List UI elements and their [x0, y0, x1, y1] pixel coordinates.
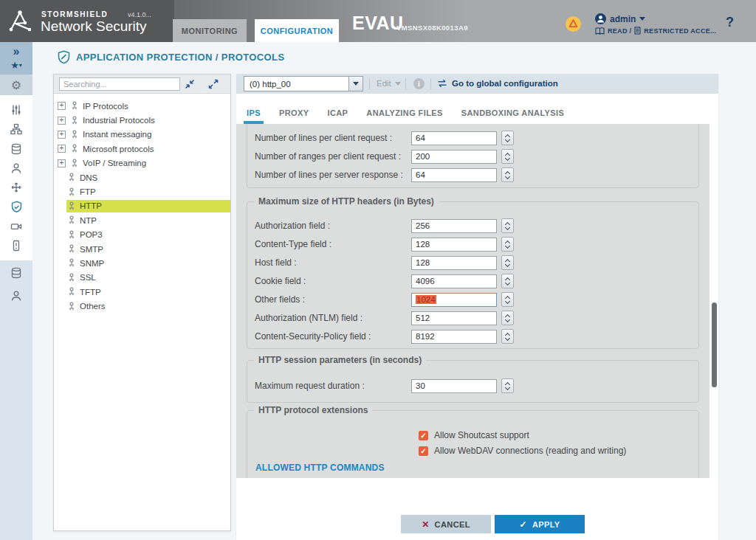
number-input[interactable]: 1024: [411, 293, 497, 307]
device-alert-icon[interactable]: [10, 239, 23, 252]
spinner-control[interactable]: [501, 167, 514, 182]
field-label: Content-Type field :: [255, 239, 411, 249]
expand-plus-icon[interactable]: +: [58, 117, 66, 125]
expand-plus-icon[interactable]: +: [58, 145, 66, 153]
tree-item-industrial-protocols[interactable]: + Industrial Protocols: [54, 113, 230, 127]
field-label: Content-Security-Policy field :: [255, 331, 411, 342]
video-icon[interactable]: [10, 220, 23, 233]
tree-item-ftp[interactable]: FTP: [54, 184, 230, 198]
spinner-control[interactable]: [501, 274, 514, 288]
expand-plus-icon[interactable]: +: [58, 102, 66, 110]
profile-select-chevron-icon[interactable]: [348, 77, 362, 91]
cancel-button[interactable]: ✕ CANCEL: [401, 515, 491, 533]
tree-item-smtp[interactable]: SMTP: [54, 242, 230, 256]
tab-ips[interactable]: IPS: [245, 102, 262, 124]
global-configuration-link[interactable]: Go to global configuration: [437, 79, 558, 88]
group-legend: HTTP protocol extensions: [254, 405, 372, 415]
edit-menu[interactable]: Edit: [377, 79, 401, 88]
spinner-control[interactable]: [501, 131, 514, 145]
number-input[interactable]: 512: [411, 311, 497, 325]
number-input[interactable]: 128: [411, 256, 497, 270]
user-icon[interactable]: [10, 162, 23, 175]
tab-configuration[interactable]: CONFIGURATION: [255, 19, 339, 42]
edit-label: Edit: [377, 79, 391, 88]
number-input[interactable]: 30: [411, 379, 497, 393]
spinner-control[interactable]: [501, 292, 514, 307]
favorites-star-icon[interactable]: ★▾: [10, 59, 23, 72]
checkbox-checked-icon[interactable]: ✓: [419, 431, 428, 440]
top-header: STORMSHIELD Network Security v4.1.0... M…: [0, 0, 756, 42]
spinner-control[interactable]: [501, 255, 514, 270]
tree-item-ntp[interactable]: NTP: [54, 213, 230, 227]
cancel-label: CANCEL: [435, 520, 470, 529]
header-sizes-group: Maximum size of HTTP headers (in Bytes)A…: [247, 201, 699, 349]
field-row: Number of lines per server response :64: [255, 167, 691, 182]
tree-item-snmp[interactable]: SNMP: [54, 256, 230, 270]
user-icon[interactable]: [10, 289, 23, 302]
expand-plus-icon[interactable]: +: [58, 131, 66, 139]
number-input[interactable]: 4096: [411, 274, 497, 288]
tree-item-voip-streaming[interactable]: + VoIP / Streaming: [54, 156, 230, 170]
spinner-control[interactable]: [501, 218, 514, 233]
apply-check-icon: ✓: [519, 519, 526, 530]
protocol-config-panel: (0) http_00 Edit i Go to global configur…: [236, 74, 718, 540]
tree-item-ssl[interactable]: SSL: [54, 271, 230, 285]
field-row: Number of lines per client request :64: [255, 131, 691, 145]
checkbox-checked-icon[interactable]: ✓: [419, 446, 428, 456]
spinner-control[interactable]: [501, 311, 514, 325]
number-input[interactable]: 200: [411, 150, 497, 164]
number-input[interactable]: 64: [411, 168, 497, 182]
tree-item-tftp[interactable]: TFTP: [54, 285, 230, 299]
number-input[interactable]: 64: [411, 131, 497, 145]
icon-sidebar: »★▾ ⚙: [0, 42, 32, 540]
sliders-icon[interactable]: [10, 103, 23, 117]
protocols-tree: + IP Protocols+ Industrial Protocols+ In…: [54, 94, 230, 314]
network-icon[interactable]: [10, 122, 23, 136]
read-book-icon: [595, 27, 605, 35]
field-row: Content-Type field :128: [255, 237, 691, 252]
spinner-control[interactable]: [501, 149, 514, 164]
tab-icap[interactable]: ICAP: [326, 102, 349, 124]
tab-sandboxing-analysis[interactable]: SANDBOXING ANALYSIS: [460, 102, 566, 124]
shield-check-icon[interactable]: [10, 200, 23, 213]
tree-item-instant-messaging[interactable]: + Instant messaging: [54, 128, 230, 142]
gear-icon[interactable]: ⚙: [10, 78, 23, 91]
search-input[interactable]: [59, 77, 180, 91]
spinner-control[interactable]: [501, 329, 514, 344]
spinner-control[interactable]: [501, 237, 514, 252]
form-scrollbar[interactable]: [712, 302, 717, 387]
user-menu[interactable]: admin: [595, 13, 645, 24]
double-chevron-icon[interactable]: »: [10, 45, 23, 58]
user-caret-icon: [639, 17, 645, 21]
number-input[interactable]: 256: [411, 219, 497, 233]
tree-item-ip-protocols[interactable]: + IP Protocols: [54, 99, 230, 113]
collapse-all-icon[interactable]: [185, 79, 195, 89]
expand-plus-icon[interactable]: +: [58, 159, 66, 167]
number-input[interactable]: 128: [411, 238, 497, 252]
number-input[interactable]: 8192: [411, 330, 497, 344]
tree-item-dns[interactable]: DNS: [54, 170, 230, 184]
warning-icon[interactable]: [566, 16, 581, 32]
info-icon[interactable]: i: [413, 78, 425, 89]
tree-item-microsoft-protocols[interactable]: + Microsoft protocols: [54, 142, 230, 156]
session-parameters-group: HTTP session parameters (in seconds)Maxi…: [247, 360, 699, 403]
expand-all-icon[interactable]: [208, 79, 219, 89]
sidebar-bottom-section: [0, 260, 32, 540]
apply-button[interactable]: ✓ APPLY: [495, 515, 585, 533]
spinner-control[interactable]: [501, 378, 514, 393]
profile-select[interactable]: (0) http_00: [244, 76, 363, 91]
database-icon[interactable]: [10, 266, 23, 280]
field-label: Other fields :: [255, 294, 411, 305]
field-row: Content-Security-Policy field :8192: [255, 329, 691, 344]
allowed-http-commands-link[interactable]: ALLOWED HTTP COMMANDS: [255, 463, 385, 473]
tree-item-others[interactable]: Others: [54, 299, 230, 313]
tab-analyzing-files[interactable]: ANALYZING FILES: [365, 102, 444, 124]
database-icon[interactable]: [10, 142, 23, 156]
tree-item-pop3[interactable]: POP3: [54, 228, 230, 242]
tab-monitoring[interactable]: MONITORING: [173, 19, 247, 42]
routing-icon[interactable]: [10, 181, 23, 194]
tree-item-http[interactable]: HTTP: [54, 199, 230, 213]
tab-proxy[interactable]: PROXY: [278, 102, 311, 124]
protocols-panel-header: [54, 75, 230, 94]
help-button[interactable]: ?: [726, 15, 734, 30]
